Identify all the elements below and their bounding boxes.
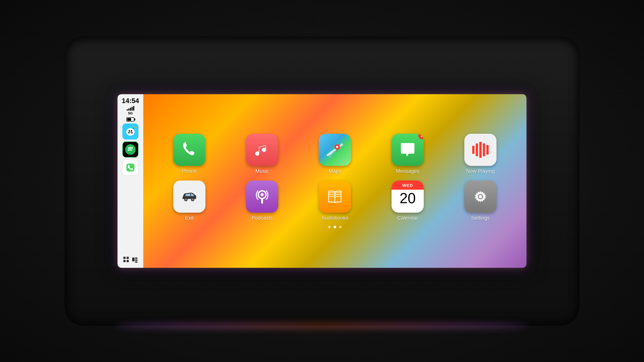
home-icon[interactable]	[122, 256, 130, 263]
app-item-maps[interactable]: Maps	[303, 134, 366, 174]
calendar-app-label: Calendar	[397, 215, 418, 221]
messages-app-label: Messages	[396, 168, 420, 174]
np-bar-5	[486, 145, 489, 155]
svg-rect-16	[135, 261, 138, 263]
svg-rect-9	[123, 257, 126, 259]
music-app-icon[interactable]	[246, 134, 278, 166]
settings-app-icon[interactable]	[464, 181, 496, 213]
sidebar: 14:54 5G	[118, 94, 143, 268]
signal-bar-1	[127, 109, 128, 111]
app-item-exit[interactable]: Exit	[158, 181, 221, 221]
svg-rect-12	[126, 260, 129, 262]
carplay-screen: 14:54 5G	[118, 94, 526, 268]
battery-fill	[127, 118, 131, 121]
dashboard-background: 14:54 5G	[0, 0, 644, 362]
messages-app-icon[interactable]: 2	[392, 134, 424, 166]
svg-point-3	[128, 130, 130, 132]
np-bar-1	[472, 146, 474, 154]
svg-point-22	[185, 199, 187, 200]
page-dot-2[interactable]	[334, 226, 336, 228]
svg-point-6	[134, 127, 135, 128]
nowplaying-app-icon[interactable]	[464, 134, 496, 166]
np-bar-3	[479, 142, 482, 158]
exit-app-icon[interactable]	[173, 181, 206, 213]
settings-app-label: Settings	[471, 215, 490, 221]
svg-rect-26	[261, 198, 263, 204]
page-dot-1[interactable]	[328, 226, 331, 228]
exit-icon-inner	[173, 181, 206, 213]
dashboard-surround: 14:54 5G	[64, 36, 580, 326]
svg-point-25	[260, 193, 264, 196]
svg-point-23	[192, 199, 194, 200]
svg-point-2	[131, 132, 133, 134]
screen-glow	[116, 323, 528, 329]
calendar-app-icon[interactable]: WED 20	[392, 181, 424, 213]
audiobooks-app-label: Audiobooks	[321, 215, 348, 221]
signal-indicator: 5G	[127, 106, 134, 115]
main-content: Phone Music	[143, 94, 526, 268]
calendar-day-header: WED	[392, 181, 424, 190]
calendar-date: 20	[400, 190, 416, 205]
app-item-messages[interactable]: 2 Messages	[376, 134, 439, 174]
svg-rect-15	[135, 259, 138, 261]
phone-sidebar-icon	[126, 163, 135, 172]
page-dots	[328, 226, 342, 228]
sidebar-time: 14:54	[122, 97, 139, 104]
maps-app-label: Maps	[328, 168, 341, 174]
svg-rect-11	[123, 260, 126, 262]
app-item-calendar[interactable]: WED 20 Calendar	[376, 181, 439, 221]
nowplaying-app-label: Now Playing	[466, 168, 495, 174]
svg-rect-13	[132, 257, 134, 261]
audiobooks-app-icon[interactable]	[319, 181, 351, 213]
waze-icon	[125, 126, 136, 137]
app-item-nowplaying[interactable]: Now Playing	[449, 134, 512, 174]
signal-bar-2	[128, 109, 130, 111]
app-grid: Phone Music	[158, 134, 512, 221]
signal-bar-5	[133, 106, 134, 111]
app-item-audiobooks[interactable]: Audiobooks	[303, 181, 366, 221]
spotify-icon	[125, 144, 136, 155]
svg-rect-14	[135, 257, 138, 259]
svg-point-7	[125, 144, 136, 155]
messages-badge: 2	[418, 134, 424, 139]
sidebar-item-spotify[interactable]	[122, 142, 138, 158]
phone-app-icon[interactable]	[173, 134, 206, 166]
sidebar-bottom-nav	[121, 254, 140, 265]
svg-rect-10	[126, 257, 129, 259]
np-bar-4	[483, 143, 485, 156]
svg-point-18	[336, 146, 338, 148]
list-icon[interactable]	[131, 256, 138, 263]
podcasts-app-icon[interactable]	[246, 181, 278, 213]
svg-point-30	[479, 195, 482, 198]
exit-app-label: Exit	[185, 215, 194, 221]
signal-bars	[127, 106, 134, 111]
svg-point-4	[131, 130, 132, 132]
signal-bar-4	[132, 107, 133, 111]
settings-icon-inner	[464, 181, 496, 213]
nowplaying-bars	[464, 134, 496, 166]
svg-point-1	[128, 132, 130, 134]
signal-bar-3	[130, 108, 131, 111]
app-item-phone[interactable]: Phone	[158, 134, 221, 174]
phone-app-label: Phone	[182, 168, 197, 174]
podcasts-app-label: Podcasts	[252, 215, 273, 221]
svg-rect-8	[126, 164, 134, 172]
network-type: 5G	[128, 111, 133, 115]
sidebar-item-phone[interactable]	[122, 160, 138, 176]
np-bar-2	[476, 143, 478, 156]
app-item-settings[interactable]: Settings	[449, 181, 512, 221]
app-item-music[interactable]: Music	[230, 134, 294, 174]
music-app-label: Music	[255, 168, 269, 174]
maps-icon-inner	[319, 134, 351, 166]
maps-app-icon[interactable]	[319, 134, 351, 166]
carplay-display: 14:54 5G	[118, 94, 526, 268]
sidebar-item-waze[interactable]	[122, 123, 138, 140]
battery-indicator	[126, 117, 134, 122]
page-dot-3[interactable]	[339, 226, 342, 228]
calendar-icon-inner: WED 20	[392, 181, 424, 213]
app-item-podcasts[interactable]: Podcasts	[230, 181, 294, 221]
